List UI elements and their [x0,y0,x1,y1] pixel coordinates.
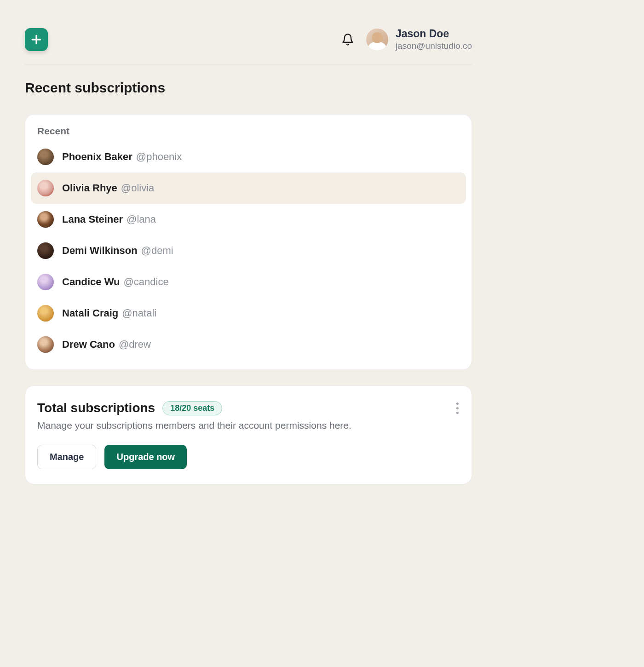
person-handle: @natali [122,307,156,319]
avatar [37,274,54,290]
avatar [37,211,54,228]
person-handle: @phoenix [136,151,182,162]
page-title: Recent subscriptions [25,80,472,96]
total-subscriptions-card: Total subscriptions 18/20 seats Manage y… [25,385,472,484]
list-item[interactable]: Phoenix Baker@phoenix [31,141,466,172]
person-name: Olivia Rhye [62,182,117,194]
list-item[interactable]: Drew Cano@drew [31,329,466,360]
seats-badge: 18/20 seats [162,401,222,415]
person-name: Phoenix Baker [62,151,132,162]
app-logo[interactable] [25,28,48,51]
list-item[interactable]: Demi Wilkinson@demi [31,235,466,266]
total-subscriptions-title: Total subscriptions [37,401,155,415]
user-email: jason@unistudio.co [396,41,472,51]
list-item[interactable]: Candice Wu@candice [31,266,466,298]
avatar [37,242,54,259]
person-name: Lana Steiner [62,213,123,225]
person-handle: @drew [119,339,151,350]
person-name: Demi Wilkinson [62,245,138,256]
recent-subscribers-card: Recent Phoenix Baker@phoenixOlivia Rhye@… [25,114,472,370]
avatar [37,180,54,196]
total-subscriptions-description: Manage your subscriptions members and th… [37,420,460,431]
person-name: Natali Craig [62,307,118,319]
user-name: Jason Doe [396,28,472,40]
user-menu[interactable]: Jason Doe jason@unistudio.co [366,28,472,51]
page-header: Jason Doe jason@unistudio.co [25,28,472,64]
bell-icon[interactable] [341,33,354,46]
recent-label: Recent [31,126,466,141]
list-item[interactable]: Natali Craig@natali [31,298,466,329]
manage-button[interactable]: Manage [37,445,96,469]
recent-list: Phoenix Baker@phoenixOlivia Rhye@oliviaL… [31,141,466,360]
person-handle: @lana [126,213,156,225]
person-handle: @demi [141,245,173,256]
person-name: Drew Cano [62,339,115,350]
avatar [37,336,54,353]
avatar [37,305,54,322]
person-handle: @candice [124,276,169,288]
avatar [366,29,388,51]
list-item[interactable]: Lana Steiner@lana [31,204,466,235]
person-handle: @olivia [121,182,154,194]
more-options-icon[interactable] [454,400,461,417]
person-name: Candice Wu [62,276,120,288]
upgrade-button[interactable]: Upgrade now [104,445,187,469]
avatar [37,149,54,165]
list-item[interactable]: Olivia Rhye@olivia [31,172,466,204]
